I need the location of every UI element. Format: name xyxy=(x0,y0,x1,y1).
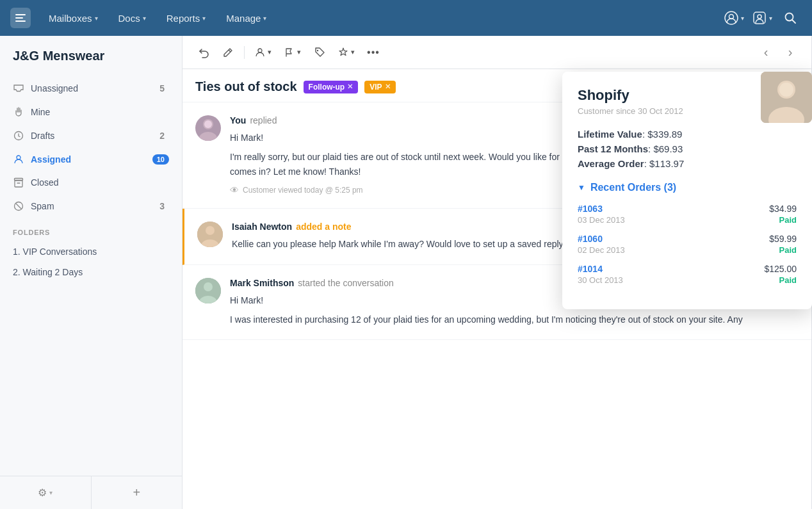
message-action-mark: started the conversation xyxy=(298,278,393,288)
folder-waiting[interactable]: 2. Waiting 2 Days xyxy=(0,262,182,282)
order-status-1063: Paid xyxy=(779,215,797,225)
past12-stat: Past 12 Months: $69.93 xyxy=(578,143,797,154)
reports-nav[interactable]: Reports ▾ xyxy=(159,9,214,28)
drafts-label: Drafts xyxy=(31,131,149,141)
followup-tag-close[interactable]: ✕ xyxy=(347,83,353,91)
user-circle-icon[interactable]: ▾ xyxy=(722,6,745,29)
inbox-icon xyxy=(13,83,24,94)
conversation-title: Ties out of stock xyxy=(195,79,297,94)
person-icon xyxy=(13,154,24,165)
order-date-1060: 02 Dec 2013 xyxy=(578,245,625,255)
orders-chevron-icon: ▼ xyxy=(578,183,585,192)
settings-button[interactable]: ⚙ ▾ xyxy=(0,476,91,509)
edit-button[interactable] xyxy=(217,42,239,63)
vip-tag[interactable]: VIP ✕ xyxy=(364,81,395,93)
tag-button[interactable] xyxy=(309,42,330,63)
undo-button[interactable] xyxy=(193,42,215,63)
message-action-you: replied xyxy=(250,115,277,125)
toolbar-separator xyxy=(244,46,245,59)
svg-point-9 xyxy=(258,49,262,53)
svg-point-13 xyxy=(204,120,212,128)
reports-chevron-icon: ▾ xyxy=(202,15,206,22)
manage-nav[interactable]: Manage ▾ xyxy=(218,9,274,28)
top-navigation: Mailboxes ▾ Docs ▾ Reports ▾ Manage ▾ ▾ … xyxy=(0,0,812,36)
sidebar-item-mine[interactable]: Mine xyxy=(0,101,182,124)
next-conversation-button[interactable]: › xyxy=(779,42,801,63)
unassigned-badge: 5 xyxy=(155,82,169,95)
order-id-1060[interactable]: #1060 xyxy=(578,234,603,244)
closed-label: Closed xyxy=(31,177,169,188)
recent-orders-header[interactable]: ▼ Recent Orders (3) xyxy=(578,182,797,193)
order-date-1014: 30 Oct 2013 xyxy=(578,275,623,285)
svg-rect-7 xyxy=(15,179,23,181)
flag-button[interactable]: ▾ xyxy=(279,42,306,63)
sidebar: J&G Menswear Unassigned 5 Mine Drafts 2 xyxy=(0,36,183,509)
search-icon[interactable] xyxy=(779,6,802,29)
docs-chevron-icon: ▾ xyxy=(143,15,146,22)
eye-icon: 👁 xyxy=(230,185,239,195)
message-action-isaiah: added a note xyxy=(296,222,351,232)
assigned-label: Assigned xyxy=(31,154,146,165)
sidebar-item-unassigned[interactable]: Unassigned 5 xyxy=(0,76,182,101)
svg-point-18 xyxy=(204,282,213,291)
order-row-1063: #1063 $34.99 03 Dec 2013 Paid xyxy=(578,204,797,225)
spam-label: Spam xyxy=(31,201,149,211)
sidebar-item-spam[interactable]: Spam 3 xyxy=(0,194,182,218)
avg-order-stat: Average Order: $113.97 xyxy=(578,158,797,169)
message-author-you: You xyxy=(230,115,246,125)
order-row-1060: #1060 $59.99 02 Dec 2013 Paid xyxy=(578,234,797,255)
lifetime-value-stat: Lifetime Value: $339.89 xyxy=(578,129,797,140)
followup-tag[interactable]: Follow-up ✕ xyxy=(304,81,359,93)
recent-orders-title: Recent Orders (3) xyxy=(590,182,676,193)
customer-avatar xyxy=(761,72,812,123)
svg-point-6 xyxy=(17,156,20,159)
order-id-1014[interactable]: #1014 xyxy=(578,264,603,274)
sidebar-item-closed[interactable]: Closed xyxy=(0,171,182,194)
assign-button[interactable]: ▾ xyxy=(250,42,277,63)
app-logo xyxy=(10,8,31,28)
order-amount-1063: $34.99 xyxy=(769,204,797,214)
avatar-you xyxy=(195,115,221,141)
order-amount-1060: $59.99 xyxy=(769,234,797,244)
company-name: J&G Menswear xyxy=(0,49,182,76)
unassigned-label: Unassigned xyxy=(31,83,149,93)
order-id-1063[interactable]: #1063 xyxy=(578,204,603,214)
message-author-mark: Mark Smithson xyxy=(230,278,294,288)
svg-point-15 xyxy=(206,226,215,235)
mailboxes-nav[interactable]: Mailboxes ▾ xyxy=(41,9,106,28)
svg-point-12 xyxy=(199,132,217,141)
sidebar-item-drafts[interactable]: Drafts 2 xyxy=(0,124,182,148)
shopify-panel: Shopify Customer since 30 Oct 2012 Lifet… xyxy=(562,72,812,309)
assigned-badge: 10 xyxy=(152,154,169,165)
mailboxes-chevron-icon: ▾ xyxy=(95,15,98,22)
docs-nav[interactable]: Docs ▾ xyxy=(111,9,154,28)
action-button[interactable]: ▾ xyxy=(333,42,360,63)
order-status-1060: Paid xyxy=(779,245,797,255)
ban-icon xyxy=(13,200,24,212)
sidebar-item-assigned[interactable]: Assigned 10 xyxy=(0,148,182,171)
compose-button[interactable]: + xyxy=(92,476,183,509)
svg-point-23 xyxy=(779,83,793,97)
shopify-stats: Lifetime Value: $339.89 Past 12 Months: … xyxy=(578,129,797,169)
more-button[interactable]: ••• xyxy=(362,42,384,63)
order-row-1014: #1014 $125.00 30 Oct 2013 Paid xyxy=(578,264,797,285)
clock-icon xyxy=(13,130,24,141)
avatar-mark xyxy=(195,278,221,303)
prev-conversation-button[interactable]: ‹ xyxy=(755,42,777,63)
vip-tag-close[interactable]: ✕ xyxy=(385,83,391,91)
message-author-isaiah: Isaiah Newton xyxy=(232,222,292,232)
svg-point-3 xyxy=(758,15,761,19)
mine-label: Mine xyxy=(31,107,169,117)
account-icon[interactable]: ▾ xyxy=(751,6,774,29)
svg-point-4 xyxy=(786,13,793,21)
sidebar-bottom-bar: ⚙ ▾ + xyxy=(0,476,182,509)
order-date-1063: 03 Dec 2013 xyxy=(578,215,625,225)
order-amount-1014: $125.00 xyxy=(764,264,797,274)
manage-chevron-icon: ▾ xyxy=(263,15,266,22)
archive-icon xyxy=(13,177,24,188)
drafts-badge: 2 xyxy=(155,129,169,142)
spam-badge: 3 xyxy=(155,200,169,213)
conversation-toolbar: ▾ ▾ ▾ ••• ‹ › xyxy=(183,36,811,69)
folder-vip[interactable]: 1. VIP Conversations xyxy=(0,241,182,262)
hand-icon xyxy=(13,106,24,118)
